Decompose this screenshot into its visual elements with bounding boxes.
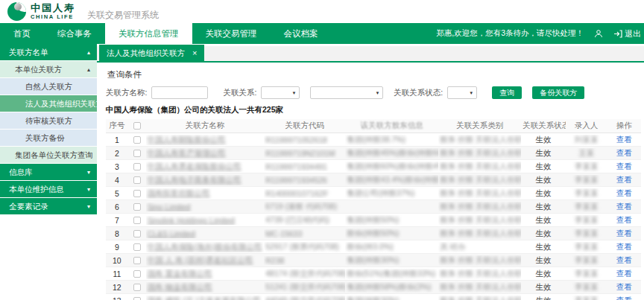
relation-status-select[interactable]: ▼ bbox=[447, 86, 477, 99]
related-party-code: R140000107162F bbox=[265, 189, 328, 198]
relation-status: 生效 bbox=[536, 175, 552, 184]
row-checkbox[interactable] bbox=[133, 257, 141, 264]
tab-legal-person-orgs[interactable]: 法人及其他组织关联方 × bbox=[99, 45, 204, 61]
sidebar-item-pending-review[interactable]: 待审核关联方 bbox=[0, 112, 97, 130]
row-checkbox[interactable] bbox=[133, 243, 141, 251]
related-party-name-link[interactable]: 中国人寿电子商务有限公司 bbox=[148, 175, 242, 184]
select-all-checkbox[interactable] bbox=[133, 122, 141, 130]
sidebar-item-unit-maintained-info[interactable]: 本单位维护信息▾ bbox=[0, 181, 97, 198]
view-link[interactable]: 查看 bbox=[616, 175, 632, 184]
row-checkbox[interactable] bbox=[133, 190, 141, 197]
related-party-name-link[interactable]: 中国人寿保险(海外)股份有限公司 bbox=[148, 242, 262, 251]
view-link[interactable]: 查看 bbox=[616, 162, 632, 170]
nav-item-related-party-info[interactable]: 关联方信息管理 bbox=[105, 23, 192, 44]
entry-person: 李某某 bbox=[575, 229, 599, 237]
related-party-name-link[interactable]: Sinolink Holdings Limited bbox=[148, 216, 235, 225]
sidebar-item-natural-person[interactable]: 自然人关联方 bbox=[0, 78, 97, 95]
row-checkbox[interactable] bbox=[133, 203, 141, 211]
shareholder-info: 集团(持股58%)股份(3%) bbox=[347, 282, 431, 291]
row-checkbox[interactable] bbox=[133, 284, 141, 291]
nav-item-general-affairs[interactable]: 综合事务 bbox=[44, 23, 105, 44]
chevron-up-icon: ▴ bbox=[87, 61, 90, 78]
related-party-name-link[interactable]: 国寿 置业有限公司 bbox=[148, 269, 212, 278]
row-checkbox[interactable] bbox=[133, 230, 141, 237]
view-link[interactable]: 查看 bbox=[616, 282, 632, 291]
sidebar-item-full-factor-records[interactable]: 全要素记录▾ bbox=[0, 198, 97, 215]
relation-category: 股东 控股 关联法人任职 bbox=[440, 282, 521, 291]
relation-category: 股东 控股 关联法人任职 bbox=[440, 175, 521, 184]
nav-item-meeting-archives[interactable]: 会议档案 bbox=[271, 23, 332, 44]
relation-select[interactable]: ▼ bbox=[261, 86, 300, 99]
entry-person: 李某某 bbox=[575, 242, 599, 251]
related-party-name-link[interactable]: 中国人寿养老保险股份公司 bbox=[148, 162, 242, 170]
row-checkbox[interactable] bbox=[133, 217, 141, 224]
row-checkbox[interactable] bbox=[133, 297, 141, 300]
shareholder-info: 集团(持股43.4%)股份(持股71.5%) bbox=[347, 175, 438, 184]
related-party-name-link[interactable]: 中国人寿财险股份公司 bbox=[148, 135, 226, 144]
table-row: 2 中国人寿资产管理公司 R11999719N2101M 集团(持股45%)股份… bbox=[106, 147, 641, 160]
relation-status: 生效 bbox=[536, 188, 552, 197]
content-panel: 查询条件 关联方名称: 关联关系: ▼ ▼ 关联关系状态: ▼ 查询 备份关联方… bbox=[97, 63, 644, 300]
view-link[interactable]: 查看 bbox=[616, 148, 632, 157]
relation-category: 股东 控股 关联法人任职 bbox=[440, 162, 521, 170]
view-link[interactable]: 查看 bbox=[616, 215, 632, 224]
related-party-name-link[interactable]: 国寿投资控股公司 bbox=[148, 188, 210, 197]
close-icon[interactable]: × bbox=[192, 45, 197, 61]
row-checkbox[interactable] bbox=[133, 136, 141, 144]
shareholder-info: 集团(持股38.7%) bbox=[347, 135, 405, 144]
nav-item-related-transactions[interactable]: 关联交易管理 bbox=[192, 23, 271, 44]
china-life-logo: 中国人寿 CHINA LIFE bbox=[7, 2, 75, 21]
relation-status: 生效 bbox=[536, 202, 552, 211]
row-checkbox[interactable] bbox=[133, 176, 141, 184]
view-link[interactable]: 查看 bbox=[616, 296, 632, 300]
result-count-summary: 中国人寿保险（集团）公司的关联法人一共有225家 bbox=[106, 99, 641, 119]
sidebar-item-related-party-list[interactable]: 关联方名单▴ bbox=[0, 44, 97, 61]
row-checkbox[interactable] bbox=[133, 163, 141, 170]
logout-button[interactable]: 退出 bbox=[613, 28, 641, 39]
related-party-code: MC-15633 bbox=[265, 229, 302, 238]
table-row: 3 中国人寿养老保险股份公司 R1199971934491 集团(持股60%)股… bbox=[106, 160, 641, 173]
table-row: 10 中国 人 寿 (苏州)养老社区公司 R238 集团(持股30%) 股东 控… bbox=[106, 254, 641, 267]
search-button[interactable]: 查询 bbox=[492, 86, 522, 99]
related-party-name-link[interactable]: CL&S Limited bbox=[148, 229, 195, 238]
nav-item-home[interactable]: 首页 bbox=[0, 23, 44, 44]
view-link[interactable]: 查看 bbox=[616, 202, 632, 211]
related-party-name-link[interactable]: Sino Limited bbox=[148, 202, 191, 211]
shareholder-info: 集团(持股30%) bbox=[347, 296, 399, 300]
table-row: 5 国寿投资控股公司 R140000107162F 集团公司(持股37%) 股东… bbox=[106, 187, 641, 200]
view-link[interactable]: 查看 bbox=[616, 255, 632, 264]
related-party-name-link[interactable]: 中国 人 寿 (苏州)养老社区公司 bbox=[148, 255, 253, 264]
user-icon[interactable] bbox=[594, 29, 603, 38]
row-checkbox[interactable] bbox=[133, 270, 141, 278]
backup-related-party-button[interactable]: 备份关联方 bbox=[532, 86, 584, 99]
view-link[interactable]: 查看 bbox=[616, 269, 632, 278]
view-link[interactable]: 查看 bbox=[616, 242, 632, 251]
related-party-code: 48174 (联交所代码708) bbox=[265, 269, 345, 278]
sidebar-item-info-library[interactable]: 信息库▾ bbox=[0, 164, 97, 181]
view-link[interactable]: 查看 bbox=[616, 188, 632, 197]
row-seq: 12 bbox=[106, 283, 128, 292]
relation-sub-select[interactable]: ▼ bbox=[310, 86, 383, 99]
relation-status: 生效 bbox=[536, 148, 552, 157]
sidebar-item-backup[interactable]: 关联方备份 bbox=[0, 130, 97, 147]
related-party-name-input[interactable] bbox=[151, 86, 208, 99]
dropdown-arrow-icon: ▼ bbox=[375, 91, 379, 95]
view-link[interactable]: 查看 bbox=[616, 135, 632, 144]
sidebar-item-group-unit-query[interactable]: 集团各单位关联方查询 bbox=[0, 147, 97, 164]
row-seq: 3 bbox=[106, 162, 128, 171]
chevron-up-icon: ▴ bbox=[87, 44, 90, 61]
app-window: 中国人寿 CHINA LIFE 关联交易管理系统 首页 综合事务 关联方信息管理… bbox=[0, 0, 644, 300]
related-party-name-link[interactable]: 中国人寿资产管理公司 bbox=[148, 148, 226, 157]
sidebar-item-legal-person-orgs[interactable]: 法人及其他组织关联方 bbox=[0, 95, 97, 112]
row-checkbox[interactable] bbox=[133, 150, 141, 157]
view-link[interactable]: 查看 bbox=[616, 229, 632, 237]
row-seq: 1 bbox=[106, 135, 128, 144]
relation-status: 生效 bbox=[536, 282, 552, 291]
related-party-name-link[interactable]: 国寿 物业有限公司 bbox=[148, 282, 212, 291]
related-party-code: R238 bbox=[265, 256, 284, 265]
row-seq: 10 bbox=[106, 256, 128, 265]
row-seq: 8 bbox=[106, 229, 128, 238]
sidebar-item-own-unit-related-parties[interactable]: 本单位关联方▴ bbox=[0, 61, 97, 78]
shareholder-info: 股份(持3.0%) bbox=[347, 242, 393, 251]
related-party-name-link[interactable]: 国寿 健投 (北 )文体发展有限公司 bbox=[148, 296, 261, 300]
